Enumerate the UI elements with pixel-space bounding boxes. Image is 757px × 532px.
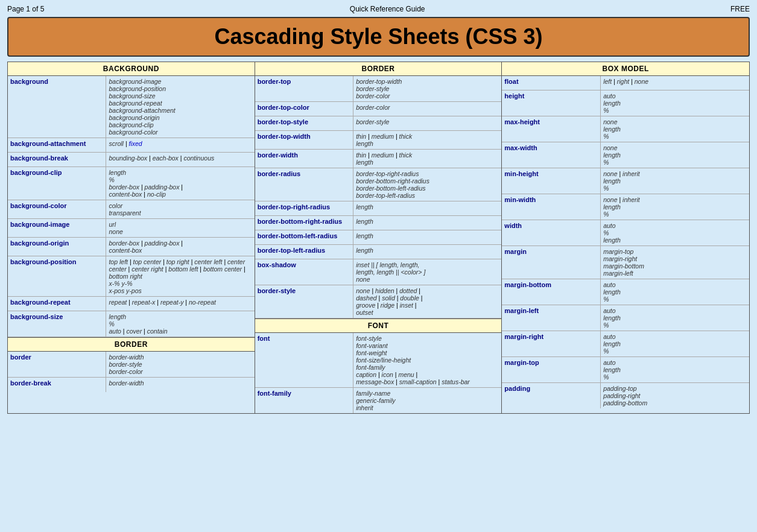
prop-name-min-width: min-width [502, 194, 601, 220]
prop-name-margin-left: margin-left [502, 305, 601, 331]
prop-name-margin-bottom: margin-bottom [502, 279, 601, 305]
column-border: BORDER border-top border-top-widthborder… [255, 62, 502, 413]
prop-row-background-clip: background-clip length%border-box | padd… [8, 167, 255, 200]
prop-name-margin-top: margin-top [502, 357, 601, 382]
prop-row-border-top-left-radius: border-top-left-radius length [255, 245, 502, 259]
prop-values-min-height: none | inheritlength% [601, 168, 749, 194]
prop-row-box-shadow: box-shadow inset || [ length, length,len… [255, 259, 502, 285]
prop-name-box-shadow: box-shadow [255, 259, 353, 285]
prop-row-background-position: background-position top left | top cente… [8, 256, 255, 297]
prop-values-background: background-imagebackground-positionbackg… [106, 76, 254, 138]
prop-name-border-break: border-break [8, 378, 106, 392]
prop-values-box-shadow: inset || [ length, length,length, length… [353, 259, 501, 285]
prop-name-width: width [502, 220, 601, 245]
prop-name-border-style: border-style [255, 285, 353, 318]
prop-name-background-size: background-size [8, 311, 106, 337]
prop-values-border-bottom-right-radius: length [353, 216, 501, 230]
prop-values-background-image: urlnone [106, 219, 254, 237]
prop-values-background-position: top left | top center | top right | cent… [106, 256, 254, 296]
prop-row-font-family: font-family family-namegeneric-familyinh… [255, 388, 502, 413]
prop-values-margin-bottom: autolength% [601, 279, 749, 305]
prop-values-background-color: colortransparent [106, 200, 254, 218]
prop-name-background: background [8, 76, 106, 138]
prop-name-font-family: font-family [255, 388, 353, 413]
prop-values-border-bottom-left-radius: length [353, 230, 501, 244]
prop-name-max-width: max-width [502, 142, 601, 168]
prop-row-border-top-width: border-top-width thin | medium | thickle… [255, 131, 502, 150]
prop-values-border-top-style: border-style [353, 116, 501, 130]
prop-name-border-top-left-radius: border-top-left-radius [255, 245, 353, 259]
prop-row-width: width auto%length [502, 220, 749, 246]
prop-row-background-origin: background-origin border-box | padding-b… [8, 238, 255, 256]
prop-row-float: float left | right | none [502, 76, 749, 90]
prop-row-border-top: border-top border-top-widthborder-styleb… [255, 76, 502, 102]
prop-row-border-bottom-right-radius: border-bottom-right-radius length [255, 216, 502, 230]
prop-row-background-break: background-break bounding-box | each-box… [8, 153, 255, 167]
prop-values-height: autolength% [601, 90, 749, 116]
prop-values-max-height: nonelength% [601, 116, 749, 142]
prop-name-max-height: max-height [502, 116, 601, 142]
page-info: Page 1 of 5 [7, 5, 44, 13]
prop-values-min-width: none | inheritlength% [601, 194, 749, 220]
prop-values-margin-top: autolength% [601, 357, 749, 382]
prop-row-height: height autolength% [502, 90, 749, 116]
prop-row-background-color: background-color colortransparent [8, 200, 255, 219]
prop-values-background-clip: length%border-box | padding-box |content… [106, 167, 254, 200]
prop-row-min-width: min-width none | inheritlength% [502, 194, 749, 220]
prop-values-background-break: bounding-box | each-box | continuous [106, 153, 254, 166]
prop-row-border-width: border-width thin | medium | thicklength [255, 150, 502, 168]
prop-values-border-top-width: thin | medium | thicklength [353, 131, 501, 149]
prop-row-font: font font-stylefont-variantfont-weightfo… [255, 333, 502, 388]
prop-row-min-height: min-height none | inheritlength% [502, 168, 749, 194]
prop-values-border-radius: border-top-right-radiusborder-bottom-rig… [353, 168, 501, 201]
prop-values-background-attachment: scroll | fixed [106, 138, 254, 152]
prop-values-background-size: length%auto | cover | contain [106, 311, 254, 337]
border-section-header: BORDER [255, 62, 502, 76]
prop-values-border-top-right-radius: length [353, 201, 501, 215]
prop-values-padding: padding-toppadding-rightpadding-bottom [601, 383, 749, 408]
prop-row-margin-left: margin-left autolength% [502, 305, 749, 331]
prop-name-background-origin: background-origin [8, 238, 106, 256]
prop-name-border: border [8, 352, 106, 377]
prop-name-min-height: min-height [502, 168, 601, 194]
prop-values-margin-left: autolength% [601, 305, 749, 331]
column-background: BACKGROUND background background-imageba… [8, 62, 255, 413]
prop-name-float: float [502, 76, 601, 90]
prop-name-background-attachment: background-attachment [8, 138, 106, 152]
prop-row-background-repeat: background-repeat repeat | repeat-x | re… [8, 297, 255, 311]
prop-values-font: font-stylefont-variantfont-weightfont-si… [353, 333, 501, 387]
main-title-box: Cascading Style Sheets (CSS 3) [7, 17, 750, 57]
prop-values-border-top-left-radius: length [353, 245, 501, 259]
prop-row-margin-bottom: margin-bottom autolength% [502, 279, 749, 305]
content-grid: BACKGROUND background background-imageba… [7, 62, 750, 414]
prop-row-border-top-style: border-top-style border-style [255, 116, 502, 131]
prop-name-border-top: border-top [255, 76, 353, 101]
prop-values-border-top: border-top-widthborder-styleborder-color [353, 76, 501, 101]
prop-row-max-height: max-height nonelength% [502, 116, 749, 142]
font-sub-section-header: FONT [255, 318, 502, 333]
prop-values-border-break: border-width [106, 378, 254, 392]
prop-row-border: border border-widthborder-styleborder-co… [8, 352, 255, 378]
prop-values-border-top-color: border-color [353, 102, 501, 116]
prop-values-font-family: family-namegeneric-familyinherit [353, 388, 501, 413]
prop-row-margin-right: margin-right autolength% [502, 331, 749, 357]
prop-row-border-break: border-break border-width [8, 378, 255, 392]
prop-name-border-radius: border-radius [255, 168, 353, 201]
prop-name-background-color: background-color [8, 200, 106, 218]
prop-row-margin: margin margin-topmargin-rightmargin-bott… [502, 246, 749, 279]
prop-values-margin: margin-topmargin-rightmargin-bottommargi… [601, 246, 749, 279]
prop-name-border-top-style: border-top-style [255, 116, 353, 130]
prop-row-background-attachment: background-attachment scroll | fixed [8, 138, 255, 153]
prop-name-margin: margin [502, 246, 601, 279]
prop-values-border: border-widthborder-styleborder-color [106, 352, 254, 377]
prop-row-border-top-color: border-top-color border-color [255, 102, 502, 116]
prop-values-border-width: thin | medium | thicklength [353, 150, 501, 168]
prop-name-background-image: background-image [8, 219, 106, 237]
guide-title: Quick Reference Guide [350, 5, 425, 13]
prop-name-margin-right: margin-right [502, 331, 601, 356]
prop-row-background-image: background-image urlnone [8, 219, 255, 238]
column-boxmodel: BOX MODEL float left | right | none heig… [502, 62, 749, 413]
prop-name-height: height [502, 90, 601, 116]
prop-values-background-repeat: repeat | repeat-x | repeat-y | no-repeat [106, 297, 254, 311]
prop-name-font: font [255, 333, 353, 387]
